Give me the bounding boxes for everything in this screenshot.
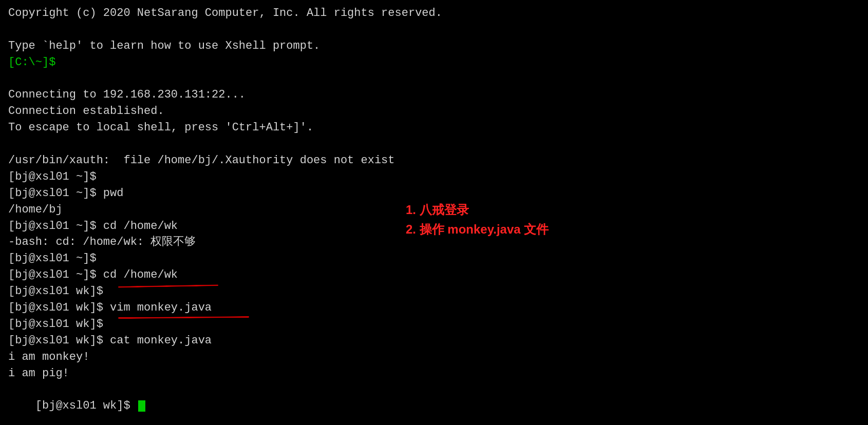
- blank-line-3: [8, 136, 860, 152]
- xauth-line: /usr/bin/xauth: file /home/bj/.Xauthorit…: [8, 152, 860, 169]
- prompt-local: [C:\~]$: [8, 54, 860, 71]
- prompt2-line: [bj@xsl01 ~]$: [8, 169, 860, 185]
- connecting-line: Connecting to 192.168.230.131:22...: [8, 87, 860, 103]
- final-prompt-line: [bj@xsl01 wk]$: [8, 381, 860, 425]
- cursor-block: [138, 400, 145, 412]
- blank-line-1: [8, 22, 860, 38]
- prompt6-cd2-line: [bj@xsl01 ~]$ cd /home/wk: [8, 267, 860, 283]
- established-line: Connection established.: [8, 103, 860, 120]
- i-am-monkey-line: i am monkey!: [8, 349, 860, 365]
- terminal: Copyright (c) 2020 NetSarang Computer, I…: [0, 0, 868, 425]
- i-am-pig-line: i am pig!: [8, 365, 860, 382]
- annotation-line2: 2. 操作 monkey.java 文件: [406, 220, 549, 239]
- blank-line-2: [8, 71, 860, 87]
- prompt3-pwd-line: [bj@xsl01 ~]$ pwd: [8, 185, 860, 202]
- help-hint-line: Type `help' to learn how to use Xshell p…: [8, 38, 860, 54]
- escape-hint-line: To escape to local shell, press 'Ctrl+Al…: [8, 120, 860, 136]
- prompt5-line: [bj@xsl01 ~]$: [8, 250, 860, 267]
- prompt10-cat-line: [bj@xsl01 wk]$ cat monkey.java: [8, 333, 860, 349]
- prompt8-vim-line: [bj@xsl01 wk]$ vim monkey.java: [8, 300, 860, 316]
- annotation-line1: 1. 八戒登录: [406, 200, 549, 220]
- copyright-line: Copyright (c) 2020 NetSarang Computer, I…: [8, 5, 860, 22]
- annotation-box: 1. 八戒登录 2. 操作 monkey.java 文件: [406, 200, 549, 240]
